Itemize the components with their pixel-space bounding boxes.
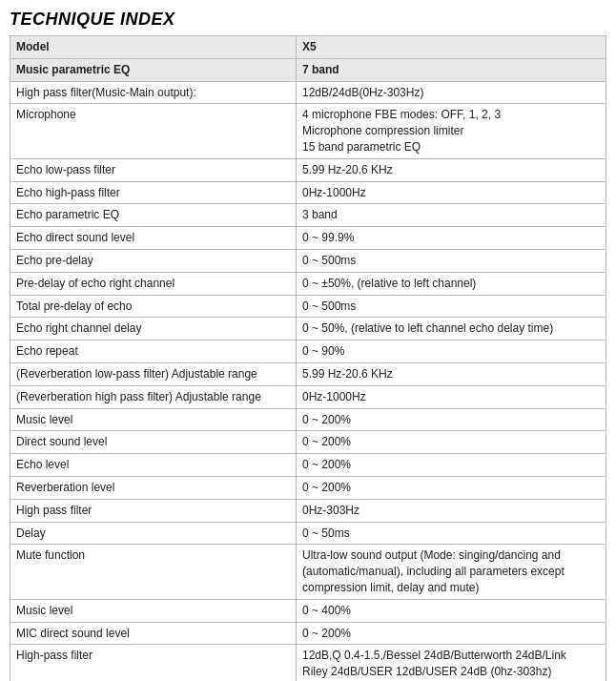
table-row: Direct sound level0 ~ 200%: [10, 431, 606, 454]
row-value: 0 ~ 500ms: [297, 249, 606, 272]
row-label: Echo low-pass filter: [10, 158, 297, 181]
table-row: Music parametric EQ7 band: [10, 58, 606, 81]
table-row: Delay0 ~ 50ms: [10, 522, 606, 545]
row-label: Music level: [10, 599, 297, 622]
row-value: 4 microphone FBE modes: OFF, 1, 2, 3Micr…: [297, 104, 606, 158]
row-label: Direct sound level: [10, 431, 297, 454]
header-value: X5: [297, 36, 606, 59]
row-label: Microphone: [10, 104, 297, 158]
row-label: High pass filter(Music-Main output):: [10, 81, 297, 104]
table-row: (Reverberation low-pass filter) Adjustab…: [10, 362, 606, 385]
row-value: 0 ~ 50%, (relative to left channel echo …: [297, 318, 606, 340]
header-model: Model: [10, 36, 297, 59]
row-label: Delay: [10, 522, 297, 545]
table-row: Echo repeat0 ~ 90%: [10, 340, 606, 363]
row-label: Echo right channel delay: [10, 318, 297, 340]
table-row: Total pre-delay of echo0 ~ 500ms: [10, 295, 606, 318]
row-value: 0 ~ 99.9%: [297, 227, 606, 250]
row-value: 0 ~ 90%: [297, 340, 606, 363]
table-row: Microphone4 microphone FBE modes: OFF, 1…: [10, 104, 606, 158]
row-value: Ultra-low sound output (Mode: singing/da…: [297, 545, 606, 599]
row-label: Total pre-delay of echo: [10, 295, 297, 318]
row-label: Music parametric EQ: [10, 58, 297, 81]
table-row: Mute functionUltra-low sound output (Mod…: [10, 545, 606, 599]
row-value: 0 ~ 200%: [297, 622, 606, 645]
row-label: Echo direct sound level: [10, 227, 297, 250]
table-row: Echo parametric EQ3 band: [10, 204, 606, 227]
table-row: Echo low-pass filter5.99 Hz-20.6 KHz: [10, 158, 606, 181]
row-label: Echo level: [10, 454, 297, 477]
row-label: (Reverberation high pass filter) Adjusta…: [10, 385, 297, 408]
row-value: 5.99 Hz-20.6 KHz: [297, 362, 606, 385]
row-label: Mute function: [10, 545, 297, 599]
row-label: Pre-delay of echo right channel: [10, 272, 297, 295]
table-row: Echo direct sound level0 ~ 99.9%: [10, 227, 606, 250]
row-value: 0 ~ 200%: [297, 454, 606, 477]
table-row: Echo pre-delay0 ~ 500ms: [10, 249, 606, 272]
row-value: 0 ~ 50ms: [297, 522, 606, 545]
row-label: Echo repeat: [10, 340, 297, 363]
table-row: High pass filter(Music-Main output):12dB…: [10, 81, 606, 104]
row-value: 7 band: [297, 58, 606, 81]
table-row: High-pass filter12dB,Q 0.4-1.5,/Bessel 2…: [10, 645, 606, 681]
page-title: TECHNIQUE INDEX: [10, 10, 606, 30]
row-value: 0Hz-303Hz: [297, 499, 606, 522]
table-row: Echo right channel delay0 ~ 50%, (relati…: [10, 318, 606, 340]
row-label: Reverberation level: [10, 476, 297, 499]
table-row: High pass filter0Hz-303Hz: [10, 499, 606, 522]
table-row: Echo level0 ~ 200%: [10, 454, 606, 477]
table-row: Echo high-pass filter0Hz-1000Hz: [10, 181, 606, 204]
table-row: Music level0 ~ 400%: [10, 599, 606, 622]
table-row: (Reverberation high pass filter) Adjusta…: [10, 385, 606, 408]
technique-table: Model X5 Music parametric EQ7 bandHigh p…: [10, 35, 606, 681]
row-value: 3 band: [297, 204, 606, 227]
table-row: Reverberation level0 ~ 200%: [10, 476, 606, 499]
row-value: 0 ~ 200%: [297, 476, 606, 499]
row-value: 0 ~ 400%: [297, 599, 606, 622]
row-value: 0 ~ 200%: [297, 431, 606, 454]
table-row: Music level0 ~ 200%: [10, 408, 606, 431]
table-row: MIC direct sound level0 ~ 200%: [10, 622, 606, 645]
row-label: Echo high-pass filter: [10, 181, 297, 204]
row-label: High-pass filter: [10, 645, 297, 681]
table-row: Pre-delay of echo right channel0 ~ ±50%,…: [10, 272, 606, 295]
row-value: 0Hz-1000Hz: [297, 385, 606, 408]
row-value: 5.99 Hz-20.6 KHz: [297, 158, 606, 181]
row-value: 0Hz-1000Hz: [297, 181, 606, 204]
row-label: High pass filter: [10, 499, 297, 522]
row-value: 12dB,Q 0.4-1.5,/Bessel 24dB/Butterworth …: [297, 645, 606, 681]
row-label: Echo pre-delay: [10, 249, 297, 272]
row-value: 12dB/24dB(0Hz-303Hz): [297, 81, 606, 104]
row-label: Music level: [10, 408, 297, 431]
row-label: MIC direct sound level: [10, 622, 297, 645]
row-label: (Reverberation low-pass filter) Adjustab…: [10, 362, 297, 385]
row-label: Echo parametric EQ: [10, 204, 297, 227]
row-value: 0 ~ ±50%, (relative to left channel): [297, 272, 606, 295]
row-value: 0 ~ 500ms: [297, 295, 606, 318]
row-value: 0 ~ 200%: [297, 408, 606, 431]
